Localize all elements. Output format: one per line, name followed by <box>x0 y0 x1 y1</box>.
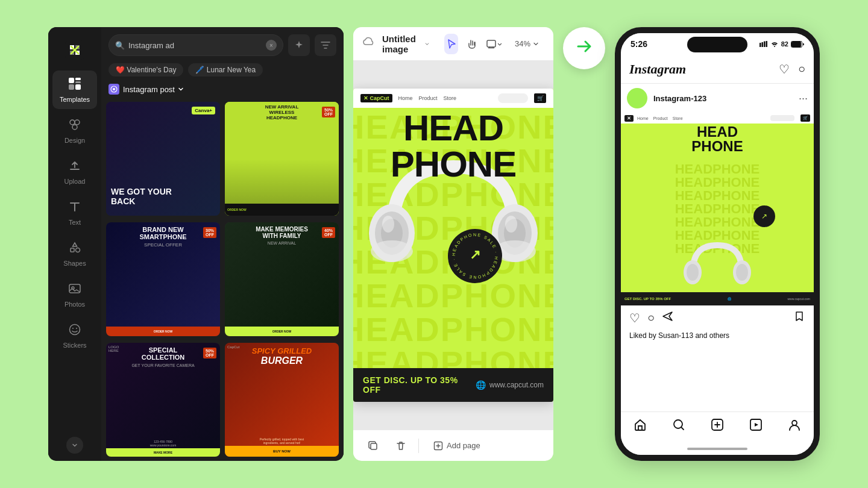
battery-level: 82 <box>781 40 788 48</box>
file-title-button[interactable]: Untitled image <box>382 34 430 54</box>
delete-button[interactable] <box>391 436 411 456</box>
instagram-header-icons: ♡ ○ <box>779 62 805 77</box>
template-card-family[interactable]: MAKE MEMORIESWITH FAMILYNEW ARRIVAL 40%O… <box>225 222 339 336</box>
sidebar-item-text-label: Text <box>69 219 81 226</box>
sidebar-item-templates-label: Templates <box>60 96 90 103</box>
sidebar-item-templates[interactable]: Templates <box>52 70 97 109</box>
svg-point-13 <box>70 324 80 334</box>
canvas-area: Untitled image <box>353 27 553 461</box>
svg-rect-4 <box>69 84 74 90</box>
svg-point-26 <box>371 240 413 262</box>
stickers-icon <box>68 323 81 339</box>
share-button[interactable] <box>662 310 674 325</box>
heart-icon[interactable]: ♡ <box>779 62 790 77</box>
footer-url: www.capcut.com <box>489 381 544 389</box>
svg-rect-5 <box>75 84 81 90</box>
template-card-collection[interactable]: LOGOHERE SPECIALCOLLECTIONGET YOUR FAVOR… <box>106 343 220 457</box>
cloud-save-button[interactable] <box>363 36 375 51</box>
arrow-icon <box>574 37 594 60</box>
category-label[interactable]: Instagram post <box>123 85 184 94</box>
cursor-tool-button[interactable] <box>444 34 458 54</box>
search-clear-button[interactable]: × <box>266 40 277 51</box>
sidebar-item-shapes-label: Shapes <box>63 260 86 267</box>
hand-tool-button[interactable] <box>465 34 479 54</box>
messenger-icon[interactable]: ○ <box>798 62 805 77</box>
svg-text:↗: ↗ <box>470 247 480 262</box>
sidebar-item-design[interactable]: Design <box>52 111 97 150</box>
svg-point-17 <box>113 88 115 90</box>
svg-rect-41 <box>791 42 801 47</box>
search-bar[interactable]: 🔍 Instagram ad × <box>108 34 283 56</box>
canvas-design: HEADPHONE HEADPHONE HEADPHONE HEADPHONE … <box>353 89 553 402</box>
nav-search-button[interactable] <box>672 418 685 435</box>
svg-point-49 <box>792 421 797 425</box>
comment-button[interactable]: ○ <box>647 311 655 325</box>
photos-icon <box>68 282 81 298</box>
phone-nav-bar <box>621 411 814 443</box>
sidebar-item-upload[interactable]: Upload <box>52 152 97 191</box>
nav-profile-button[interactable] <box>788 418 801 435</box>
template-card-sofa[interactable]: WE GOT YOURBACK Canva+ <box>106 102 220 216</box>
svg-point-8 <box>72 125 77 130</box>
nav-add-button[interactable] <box>711 418 724 435</box>
logo[interactable] <box>61 37 88 63</box>
sidebar-item-stickers[interactable]: Stickers <box>52 316 97 355</box>
sidebar-item-stickers-label: Stickers <box>63 342 86 349</box>
sidebar-collapse-button[interactable] <box>66 437 83 454</box>
mini-footer: GET DISC. UP TO 35% OFF 🌐 www.capcut.com <box>621 292 814 305</box>
screen-button[interactable] <box>486 34 503 54</box>
tag-row: ❤️ Valentine's Day 🖊️ Lunar New Yea <box>101 61 344 81</box>
design-headline: HEADPHONE <box>353 110 553 183</box>
search-icon: 🔍 <box>115 41 125 50</box>
avatar <box>627 88 647 108</box>
filter-button[interactable] <box>315 34 336 56</box>
category-icon <box>108 84 119 95</box>
svg-rect-1 <box>69 78 74 83</box>
canvas-content[interactable]: HEADPHONE HEADPHONE HEADPHONE HEADPHONE … <box>353 61 553 430</box>
promo-text: GET DISC. UP TO 35% OFF <box>363 375 468 395</box>
tag-valentines[interactable]: ❤️ Valentine's Day <box>108 63 183 77</box>
svg-rect-37 <box>764 42 766 48</box>
template-card-burger[interactable]: CapCut SPICY GRILLEDBurger Perfectly gri… <box>225 343 339 457</box>
bookmark-button[interactable] <box>793 310 805 325</box>
more-options-button[interactable]: ··· <box>799 92 808 105</box>
svg-rect-33 <box>371 443 377 449</box>
canvas-toolbar: Untitled image <box>353 27 553 61</box>
like-button[interactable]: ♡ <box>629 311 640 325</box>
phone-mockup: 5:26 82 <box>615 27 820 461</box>
editor-panel: Templates Design <box>48 27 344 461</box>
zoom-display[interactable]: 34% <box>510 37 544 51</box>
instagram-logo: Instagram <box>629 61 779 77</box>
post-header: Instagram-123 ··· <box>621 84 814 113</box>
svg-point-45 <box>736 264 748 281</box>
tag-lunar-label: 🖊️ Lunar New Yea <box>195 66 256 74</box>
shapes-icon <box>68 241 81 257</box>
design-icon <box>68 118 81 134</box>
separator <box>418 439 419 453</box>
nav-reels-button[interactable] <box>749 418 763 435</box>
svg-point-29 <box>505 216 517 233</box>
templates-icon <box>68 77 81 93</box>
tag-lunar[interactable]: 🖊️ Lunar New Yea <box>188 63 263 77</box>
sidebar-item-text[interactable]: Text <box>52 193 97 232</box>
svg-point-28 <box>382 216 394 233</box>
sidebar-item-photos[interactable]: Photos <box>52 275 97 314</box>
svg-rect-36 <box>761 42 763 47</box>
svg-rect-3 <box>75 81 81 83</box>
svg-point-43 <box>687 264 699 281</box>
upload-icon <box>68 159 81 175</box>
add-page-label: Add page <box>447 441 480 450</box>
add-page-button[interactable]: Add page <box>426 437 488 454</box>
arrow-indicator <box>563 27 605 69</box>
ai-search-button[interactable] <box>288 34 310 56</box>
template-card-smartphone[interactable]: BRAND NEWSMARTPHONESPECIAL OFFER 30%OFF … <box>106 222 220 336</box>
copy-button[interactable] <box>363 436 383 456</box>
sidebar-item-shapes[interactable]: Shapes <box>52 234 97 273</box>
home-indicator <box>621 443 814 455</box>
sidebar-item-upload-label: Upload <box>64 178 86 185</box>
clear-icon: × <box>269 42 273 49</box>
template-card-headphone[interactable]: NEW ARRIVALWIRELESSHEADPHONE 50%OFF ORDE… <box>225 102 339 216</box>
svg-rect-38 <box>766 41 767 47</box>
svg-point-15 <box>76 328 77 329</box>
nav-home-button[interactable] <box>634 418 647 435</box>
